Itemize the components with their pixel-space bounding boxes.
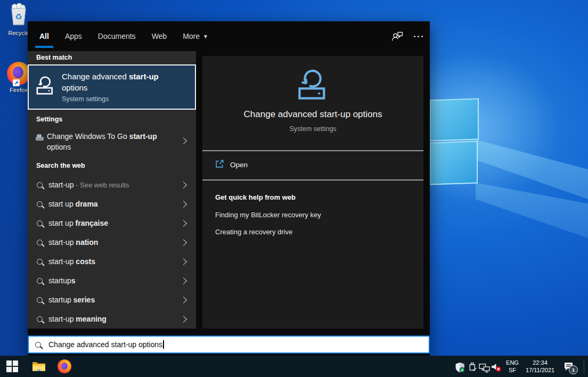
language-line2: SF bbox=[503, 366, 522, 374]
search-icon bbox=[37, 220, 43, 226]
advanced-startup-icon bbox=[35, 75, 56, 96]
taskbar-firefox[interactable] bbox=[58, 359, 71, 373]
taskbar-search-input[interactable]: Change advanced start-up options bbox=[28, 335, 430, 354]
tab-all[interactable]: All bbox=[38, 21, 50, 51]
web-suggestion-text: startups bbox=[48, 275, 76, 286]
tray-language-indicator[interactable]: ENG SF bbox=[503, 359, 522, 374]
taskbar: ENG SF 22:34 17/11/2021 1 bbox=[0, 356, 588, 377]
divider bbox=[202, 150, 423, 151]
search-tab-bar: All Apps Documents Web More▼ bbox=[28, 21, 430, 51]
clock-time: 22:34 bbox=[523, 359, 557, 366]
web-suggestion-text: startup series bbox=[48, 294, 95, 306]
search-icon bbox=[37, 297, 43, 303]
tray-clock[interactable]: 22:34 17/11/2021 bbox=[523, 359, 557, 374]
tray-volume[interactable] bbox=[489, 360, 503, 374]
taskbar-file-explorer[interactable] bbox=[32, 359, 46, 373]
advanced-startup-icon bbox=[296, 67, 331, 102]
chevron-right-icon bbox=[180, 220, 187, 227]
search-the-web-header: Search the web bbox=[36, 162, 85, 169]
result-preview-pane: Change advanced start-up options System … bbox=[202, 56, 423, 329]
recycle-bin-icon: ♻ bbox=[8, 3, 29, 26]
windows-logo-pane bbox=[429, 141, 478, 185]
preview-title: Change advanced start-up options bbox=[202, 109, 423, 120]
web-suggestion-row[interactable]: start-up meaning bbox=[28, 309, 196, 329]
chevron-right-icon bbox=[180, 182, 187, 188]
svg-text:♻: ♻ bbox=[15, 12, 22, 21]
help-link-bitlocker[interactable]: Finding my BitLocker recovery key bbox=[215, 211, 321, 219]
chevron-right-icon bbox=[180, 316, 187, 323]
search-flyout-window: All Apps Documents Web More▼ Best match bbox=[28, 21, 430, 356]
help-link-recovery-drive[interactable]: Creating a recovery drive bbox=[215, 228, 292, 236]
firefox-icon bbox=[58, 359, 71, 373]
chevron-right-icon bbox=[180, 258, 187, 265]
web-suggestion-row[interactable]: start up française bbox=[28, 214, 196, 233]
start-button[interactable] bbox=[5, 359, 19, 373]
firefox-icon-core bbox=[61, 363, 68, 370]
web-suggestion-row[interactable]: start-up - See web results bbox=[28, 175, 196, 194]
tab-web[interactable]: Web bbox=[151, 21, 168, 51]
windows-logo-pane bbox=[429, 98, 479, 141]
web-suggestion-row[interactable]: startups bbox=[28, 271, 196, 290]
notification-badge: 1 bbox=[569, 365, 578, 374]
chevron-right-icon bbox=[180, 239, 187, 246]
settings-result-title: Change Windows To Go start-up options bbox=[47, 131, 172, 152]
security-shield-icon bbox=[455, 362, 465, 373]
show-desktop-divider[interactable] bbox=[584, 359, 584, 374]
web-suggestion-text: start-up - See web results bbox=[48, 179, 129, 191]
search-icon bbox=[37, 278, 43, 284]
shortcut-arrow-icon: ↗ bbox=[13, 79, 20, 86]
firefox-icon-core bbox=[13, 67, 23, 78]
file-explorer-icon bbox=[32, 360, 46, 372]
best-match-subtitle: System settings bbox=[62, 95, 109, 103]
chevron-right-icon bbox=[180, 201, 187, 208]
web-suggestion-row[interactable]: start-up nation bbox=[28, 233, 196, 252]
web-suggestion-text: start-up meaning bbox=[48, 314, 107, 325]
network-icon bbox=[479, 363, 490, 373]
clock-date: 17/11/2021 bbox=[523, 366, 557, 374]
best-match-title: Change advanced start-up options bbox=[62, 71, 183, 93]
search-icon bbox=[37, 240, 43, 245]
usb-safely-remove-icon bbox=[468, 362, 477, 373]
more-options-icon[interactable] bbox=[418, 36, 419, 37]
web-suggestion-row[interactable]: start up drama bbox=[28, 194, 196, 214]
settings-header: Settings bbox=[36, 116, 62, 123]
search-icon bbox=[35, 342, 41, 348]
chevron-right-icon bbox=[180, 277, 187, 284]
tab-apps[interactable]: Apps bbox=[64, 21, 83, 51]
quick-help-header: Get quick help from web bbox=[215, 193, 296, 201]
web-suggestion-row[interactable]: start-up costs bbox=[28, 252, 196, 271]
best-match-header: Best match bbox=[36, 54, 72, 61]
windows-start-icon bbox=[6, 360, 18, 372]
language-line1: ENG bbox=[503, 359, 522, 366]
best-match-result[interactable]: Change advanced start-up options System … bbox=[28, 64, 196, 110]
text-cursor bbox=[163, 340, 164, 349]
search-icon bbox=[37, 201, 43, 207]
chevron-down-icon: ▼ bbox=[203, 34, 208, 39]
search-results-pane: Best match Change advanced start-up opti… bbox=[28, 51, 196, 329]
firefox-icon: ↗ bbox=[7, 62, 30, 85]
search-input-value: Change advanced start-up options bbox=[48, 340, 162, 349]
chevron-right-icon bbox=[180, 297, 187, 304]
search-icon bbox=[37, 316, 43, 322]
tray-security[interactable] bbox=[453, 360, 467, 374]
settings-result-windows-to-go[interactable]: Change Windows To Go start-up options bbox=[28, 126, 196, 159]
open-command[interactable]: Open bbox=[202, 155, 423, 175]
search-icon bbox=[37, 259, 43, 265]
feedback-person-icon[interactable] bbox=[391, 31, 404, 42]
web-suggestion-text: start up française bbox=[48, 218, 108, 229]
preview-subtitle: System settings bbox=[202, 125, 423, 133]
divider bbox=[202, 179, 423, 181]
tab-more[interactable]: More▼ bbox=[182, 21, 209, 51]
chevron-right-icon bbox=[180, 137, 187, 144]
web-suggestion-text: start-up costs bbox=[48, 256, 95, 267]
web-suggestion-text: start up drama bbox=[48, 199, 98, 210]
tab-documents[interactable]: Documents bbox=[97, 21, 137, 51]
web-suggestion-row[interactable]: startup series bbox=[28, 290, 196, 309]
open-external-icon bbox=[215, 159, 224, 169]
open-label: Open bbox=[230, 161, 248, 169]
search-icon bbox=[37, 182, 43, 188]
windows-to-go-icon bbox=[35, 133, 45, 142]
web-suggestion-text: start-up nation bbox=[48, 237, 98, 248]
volume-muted-icon bbox=[491, 362, 502, 373]
